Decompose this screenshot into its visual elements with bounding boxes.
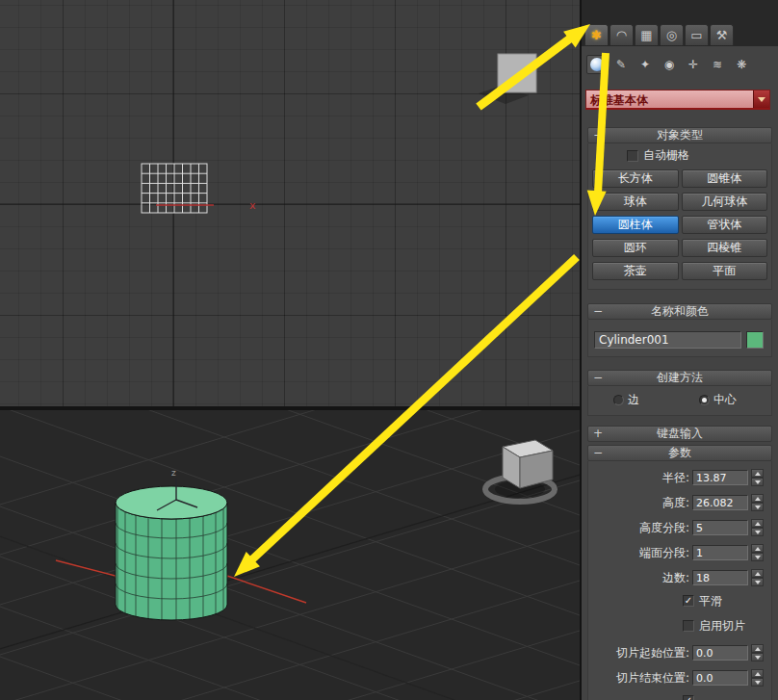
slice-from-field[interactable]: 0.0 [692,645,748,661]
spinner-up-icon[interactable] [751,669,764,678]
viewport-perspective[interactable]: z x [0,410,580,700]
viewcube-perspective[interactable] [485,440,555,502]
object-button-geosphere[interactable]: 几何球体 [682,193,768,211]
object-color-swatch[interactable] [746,331,764,349]
motion-icon: ◎ [666,29,677,41]
viewport-perspective-overlay: z x [0,410,580,700]
param-label: 半径: [662,470,689,486]
height-segments-field[interactable]: 5 [692,520,748,535]
clipped-row [683,694,771,700]
tab-modify[interactable]: ◠ [609,24,634,45]
radio-dot-icon [613,395,624,405]
viewport-top[interactable]: x [0,0,580,406]
slice-on-row: 启用切片 [683,619,771,633]
rollout-parameters-body: 半径: 13.87 高度: 26.082 高度分段: 5 端面分段: 1 边数: [587,461,772,700]
param-row-radius: 半径: 13.87 [588,469,764,486]
rollout-parameters-header[interactable]: − 参数 [587,445,772,461]
category-geometry[interactable] [586,55,608,74]
spinner-down-icon[interactable] [751,528,764,536]
systems-icon: ❋ [737,59,746,70]
spinner-down-icon[interactable] [751,553,764,561]
object-button-torus[interactable]: 圆环 [592,239,679,257]
param-label: 切片结束位置: [616,670,689,687]
spinner-up-icon[interactable] [751,469,764,478]
tab-display[interactable]: ▭ [685,24,709,45]
smooth-checkbox[interactable] [683,595,694,607]
param-label: 端面分段: [639,545,689,561]
rollout-title: 参数 [668,446,691,459]
spinner-down-icon[interactable] [751,478,764,486]
rollout-toggle: − [593,128,603,143]
viewcube-top-viewport[interactable] [479,54,536,104]
object-button-pyramid[interactable]: 四棱锥 [682,239,768,257]
category-space-warps[interactable]: ≋ [707,55,728,74]
create-categories: ✎ ✦ ◉ ✛ ≋ ❋ [582,46,778,76]
tab-create[interactable]: ✱ [584,24,609,45]
height-field[interactable]: 26.082 [692,495,748,510]
spinner-up-icon[interactable] [751,569,764,578]
tab-hierarchy[interactable]: ▦ [635,24,659,45]
radio-center[interactable]: 中心 [699,393,737,406]
create-icon: ✱ [591,29,602,41]
rollout-name-color-header[interactable]: − 名称和颜色 [587,303,772,320]
spinner-down-icon[interactable] [751,578,764,586]
object-button-cone[interactable]: 圆锥体 [682,169,768,188]
rollout-title: 对象类型 [657,128,703,142]
category-helpers[interactable]: ✛ [683,55,704,74]
object-button-plane[interactable]: 平面 [682,262,768,280]
clipped-checkbox[interactable] [683,695,694,700]
rollout-keyboard-entry-header[interactable]: + 键盘输入 [587,426,772,442]
rollout-toggle: − [593,371,603,385]
autogrid-label: 自动栅格 [643,147,689,164]
cap-segments-field[interactable]: 1 [692,545,748,560]
viewcube-face[interactable] [498,54,536,92]
sides-field[interactable]: 18 [692,570,748,585]
spinner-up-icon[interactable] [751,519,764,528]
rollout-toggle: − [593,304,603,319]
modify-icon: ◠ [616,29,627,41]
dropdown-arrow-button[interactable] [753,91,769,108]
viewport-top-overlay: x [0,0,580,406]
category-systems[interactable]: ❋ [731,55,752,74]
tab-utilities[interactable]: ⚒ [710,24,734,45]
spinner-up-icon[interactable] [751,544,764,553]
slice-to-field[interactable]: 0.0 [692,670,748,686]
category-shapes[interactable]: ✎ [610,55,632,74]
spinner [751,544,764,561]
autogrid-checkbox[interactable] [627,150,638,162]
helpers-icon: ✛ [688,59,698,70]
category-cameras[interactable]: ◉ [659,55,680,74]
perspective-grid [0,410,580,700]
object-name-field[interactable]: Cylinder001 [594,331,741,349]
object-button-box[interactable]: 长方体 [592,169,679,188]
radio-edge[interactable]: 边 [613,393,639,406]
spinner-down-icon[interactable] [751,653,764,661]
slice-on-checkbox[interactable] [683,620,694,632]
object-button-tube[interactable]: 管状体 [682,216,768,234]
spinner-up-icon[interactable] [751,494,764,503]
spinner-up-icon[interactable] [751,644,764,653]
cameras-icon: ◉ [664,59,674,70]
param-row-slice-from: 切片起始位置: 0.0 [588,644,764,661]
chevron-down-icon [758,97,765,102]
object-button-sphere[interactable]: 球体 [592,193,679,211]
hierarchy-icon: ▦ [640,29,652,41]
spinner-down-icon[interactable] [751,678,764,687]
param-label: 高度分段: [639,520,689,536]
cylinder-object[interactable]: z [116,468,227,628]
spinner [751,644,764,661]
object-button-teapot[interactable]: 茶壶 [592,262,679,280]
object-button-cylinder[interactable]: 圆柱体 [592,216,679,234]
tab-motion[interactable]: ◎ [660,24,684,45]
rollout-object-type-header[interactable]: − 对象类型 [587,127,772,143]
param-row-height-segments: 高度分段: 5 [588,519,764,536]
lights-icon: ✦ [640,59,650,70]
primitive-type-dropdown[interactable]: 标准基本体 [585,90,770,110]
rollout-title: 键盘输入 [657,427,703,440]
3dsmax-window: x [0,0,778,700]
radius-field[interactable]: 13.87 [692,470,748,485]
rollout-title: 创建方法 [657,371,703,384]
category-lights[interactable]: ✦ [635,55,656,74]
rollout-creation-method-header[interactable]: − 创建方法 [587,370,772,386]
spinner-down-icon[interactable] [751,503,764,511]
